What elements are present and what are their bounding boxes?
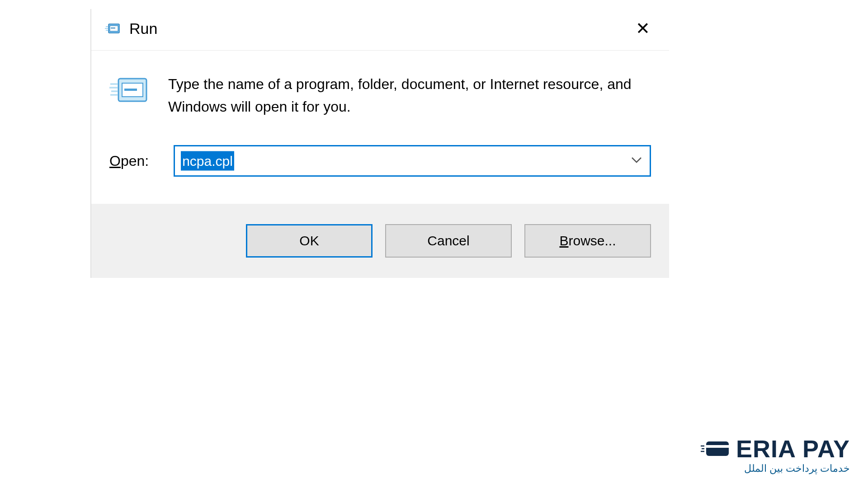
titlebar: Run ✕	[91, 9, 669, 51]
run-dialog: Run ✕ Type the name of a program, folder…	[90, 9, 669, 278]
window-title: Run	[129, 20, 157, 38]
run-large-icon	[109, 75, 150, 107]
close-icon[interactable]: ✕	[630, 18, 656, 39]
titlebar-left: Run	[105, 20, 157, 38]
svg-rect-7	[706, 445, 729, 448]
open-input-selection: ncpa.cpl	[181, 151, 234, 171]
open-combobox[interactable]: ncpa.cpl	[174, 145, 651, 177]
svg-rect-5	[124, 89, 137, 91]
dialog-description: Type the name of a program, folder, docu…	[168, 73, 651, 118]
open-row: Open: ncpa.cpl	[109, 145, 651, 177]
watermark: ERIA PAY خدمات پرداخت بین الملل	[701, 436, 850, 474]
svg-rect-6	[706, 441, 729, 456]
card-icon	[701, 440, 731, 458]
svg-rect-2	[111, 28, 115, 28]
cancel-button[interactable]: Cancel	[385, 224, 512, 258]
watermark-subtitle: خدمات پرداخت بین الملل	[701, 463, 850, 474]
info-row: Type the name of a program, folder, docu…	[109, 73, 651, 118]
watermark-logo: ERIA PAY	[701, 436, 850, 461]
button-bar: OK Cancel Browse...	[91, 204, 669, 278]
dialog-body: Type the name of a program, folder, docu…	[91, 51, 669, 204]
watermark-brand: ERIA PAY	[736, 436, 850, 461]
ok-button[interactable]: OK	[246, 224, 373, 258]
open-input[interactable]	[174, 145, 651, 177]
open-label: Open:	[109, 153, 149, 169]
run-icon	[105, 22, 121, 35]
browse-button[interactable]: Browse...	[524, 224, 651, 258]
